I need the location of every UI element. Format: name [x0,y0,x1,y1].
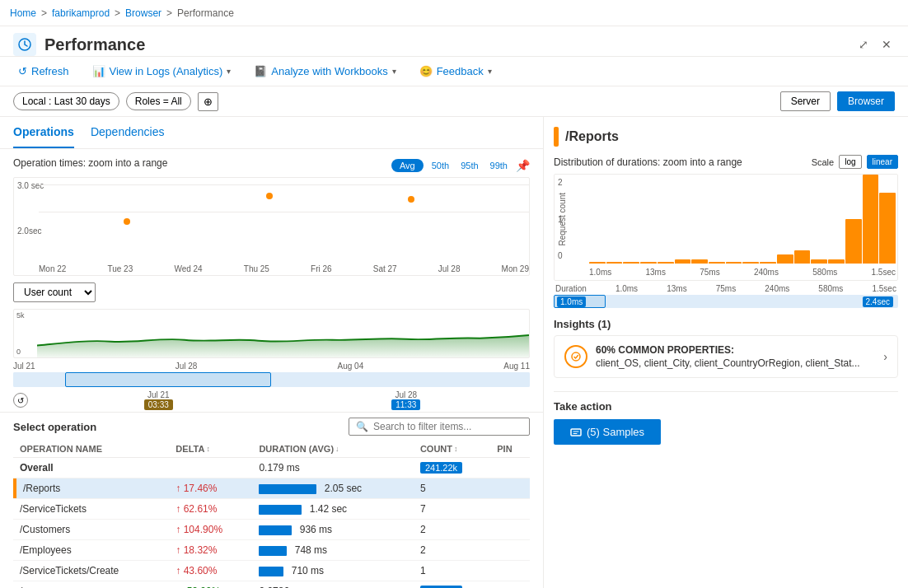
row-pin[interactable] [490,561,530,581]
breadcrumb-home[interactable]: Home [10,7,36,19]
feedback-button[interactable]: 😊 Feedback ▾ [414,62,497,81]
table-row[interactable]: /Reports ↑ 17.46% 2.05 sec 5 [13,478,530,499]
page-title: Performance [44,35,145,54]
p95-button[interactable]: 95th [457,159,481,172]
row-name: /Reports [13,478,169,499]
take-action-title: Take action [554,400,898,413]
y-axis-label: Request count [556,175,568,264]
search-box: 🔍 [349,418,530,436]
samples-button[interactable]: (5) Samples [554,419,661,445]
insights-title: Insights (1) [554,318,898,330]
row-count: 2 [414,520,490,540]
server-view-button[interactable]: Server [780,91,831,111]
right-panel: /Reports Distribution of durations: zoom… [544,117,908,588]
table-scroll[interactable]: OPERATION NAME DELTA↕ DURATION (AVG)↓ CO… [13,441,530,588]
row-name: /ServiceTickets/Create [13,561,169,581]
tabs: Operations Dependencies [0,117,543,149]
table-row[interactable]: /ServiceTickets/Create ↑ 43.60% 710 ms 1 [13,561,530,581]
insight-chevron-icon: › [883,350,887,363]
row-delta: ↓ -53.99% [169,581,252,589]
avg-button[interactable]: Avg [391,159,424,172]
workbooks-label: Analyze with Workbooks [271,65,387,77]
pin-button[interactable]: 📌 [516,159,530,172]
scale-label: Scale [812,157,835,167]
tab-dependencies[interactable]: Dependencies [91,117,165,148]
scatter-dot-2 [266,193,273,199]
dist-bars [587,175,897,264]
feedback-chevron: ▾ [488,67,492,76]
mini-chart[interactable]: 5k 0 [13,309,530,358]
row-pin[interactable] [490,458,530,478]
chart-x-labels: Mon 22Tue 23Wed 24Thu 25Fri 26Sat 27Jul … [39,264,529,273]
feedback-icon: 😊 [419,65,433,77]
row-duration: 1.42 sec [252,499,414,520]
toolbar: ↺ Refresh 📊 View in Logs (Analytics) ▾ 📓… [0,57,908,86]
close-button[interactable]: ✕ [878,35,895,54]
dist-bar [863,175,879,264]
dist-bar [845,219,862,264]
analyze-workbooks-button[interactable]: 📓 Analyze with Workbooks ▾ [249,62,400,81]
view-logs-button[interactable]: 📊 View in Logs (Analytics) ▾ [87,62,236,81]
timeline-refresh-button[interactable]: ↺ [13,393,28,408]
breadcrumb-current: Performance [177,7,234,19]
search-input[interactable] [373,421,522,432]
row-pin[interactable] [490,499,530,520]
row-pin[interactable] [490,581,530,589]
p50-button[interactable]: 50th [428,159,452,172]
take-action-section: Take action (5) Samples [554,391,898,445]
refresh-button[interactable]: ↺ Refresh [13,62,74,81]
operations-section: Select operation 🔍 OPERATION NAME [0,412,543,588]
row-delta: ↑ 104.90% [169,520,252,540]
row-duration: 0.179 ms [252,458,414,478]
dist-bar [794,250,811,264]
dist-range-bar[interactable]: 1.0ms 2.4sec [554,295,898,308]
filter-icon-button[interactable]: ⊕ [198,92,218,111]
table-row[interactable]: / ↓ -53.99% 0.0786 ms 241.21k [13,581,530,589]
refresh-label: Refresh [31,65,69,77]
logs-icon: 📊 [92,65,105,77]
row-count: 241.21k [414,581,490,589]
chart-area[interactable] [39,178,529,262]
table-row[interactable]: /Employees ↑ 18.32% 748 ms 2 [13,540,530,561]
p99-button[interactable]: 99th [487,159,511,172]
row-count: 7 [414,499,490,520]
browser-view-button[interactable]: Browser [837,91,895,111]
roles-filter[interactable]: Roles = All [126,92,191,110]
row-name: / [13,581,169,589]
tab-operations[interactable]: Operations [13,117,74,148]
timeline-bar[interactable] [13,372,530,387]
table-row[interactable]: /Customers ↑ 104.90% 936 ms 2 [13,520,530,540]
report-title: /Reports [565,129,619,144]
row-name: /Employees [13,540,169,561]
col-count-header[interactable]: COUNT↕ [414,441,490,458]
insight-card[interactable]: 60% COMMON PROPERTIES: client_OS, client… [554,335,898,378]
row-pin[interactable] [490,520,530,540]
breadcrumb-browser[interactable]: Browser [125,7,161,19]
user-count-select[interactable]: User count [13,282,96,302]
col-delta-header[interactable]: DELTA↕ [169,441,252,458]
row-duration: 710 ms [252,561,414,581]
time-filter[interactable]: Local : Last 30 days [13,92,119,110]
main-chart: 3.0 sec 2.0sec Mon 22Tue 23Wed 24Thu 25F… [13,177,530,276]
row-pin[interactable] [490,540,530,561]
filter-bar: Local : Last 30 days Roles = All ⊕ Serve… [0,86,908,117]
breadcrumb-sep1: > [41,7,47,19]
maximize-button[interactable]: ⤢ [855,35,872,54]
row-name: Overall [13,458,169,478]
row-delta [169,458,252,478]
scale-linear-button[interactable]: linear [867,155,898,169]
breadcrumb-sep3: > [166,7,172,19]
dist-title: Distribution of durations: zoom into a r… [554,156,742,168]
right-panel-scroll: /Reports Distribution of durations: zoom… [554,127,898,588]
breadcrumb-fabrikam[interactable]: fabrikamprod [52,7,110,19]
row-pin[interactable] [490,478,530,499]
col-duration-header[interactable]: DURATION (AVG)↓ [252,441,414,458]
table-row[interactable]: Overall 0.179 ms 241.22k [13,458,530,478]
table-row[interactable]: /ServiceTickets ↑ 62.61% 1.42 sec 7 [13,499,530,520]
row-count: 241.22k [414,458,490,478]
mini-chart-y: 5k 0 [14,310,27,357]
workbooks-chevron: ▾ [392,67,396,76]
insight-text: 60% COMMON PROPERTIES: client_OS, client… [596,344,875,369]
scale-log-button[interactable]: log [839,155,861,169]
dist-chart[interactable]: 2 1 0 Request count [554,174,898,281]
